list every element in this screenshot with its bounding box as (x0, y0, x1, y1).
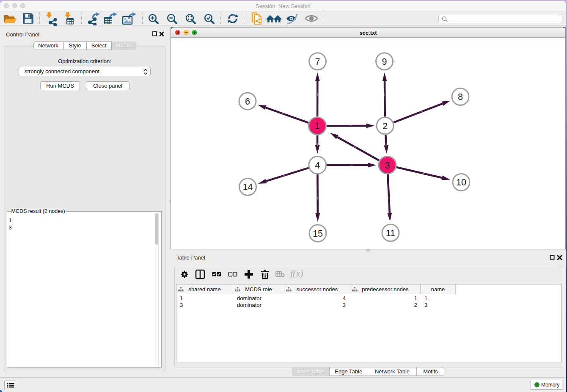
svg-text:14: 14 (243, 182, 253, 192)
svg-text:3: 3 (385, 160, 390, 171)
svg-text:10: 10 (456, 177, 466, 188)
svg-text:11: 11 (386, 228, 395, 238)
svg-text:15: 15 (313, 229, 323, 239)
svg-text:6: 6 (245, 97, 250, 107)
svg-text:8: 8 (458, 92, 463, 102)
svg-text:7: 7 (315, 57, 320, 67)
svg-text:4: 4 (315, 160, 320, 171)
svg-text:1: 1 (315, 121, 320, 131)
svg-text:2: 2 (383, 121, 388, 131)
svg-text:9: 9 (382, 57, 387, 67)
